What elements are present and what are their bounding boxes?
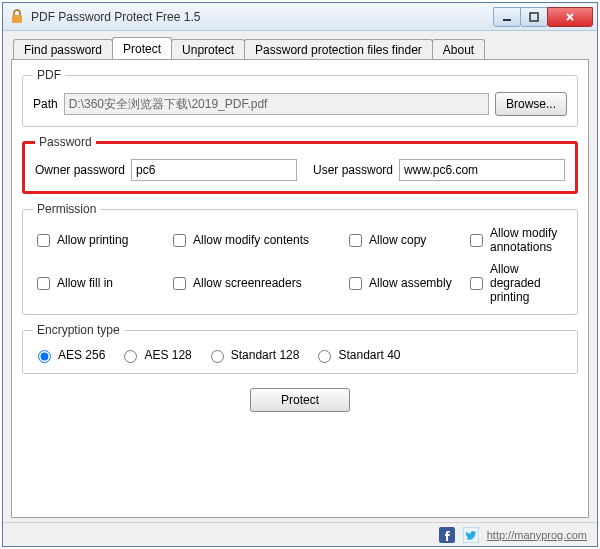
user-password-label: User password <box>313 163 393 177</box>
password-group: Password Owner password User password <box>22 135 578 194</box>
permission-label-3: Allow modify annotations <box>490 226 567 254</box>
encryption-radio-0[interactable]: AES 256 <box>33 347 105 363</box>
encryption-radio-input-2[interactable] <box>211 350 224 363</box>
tab-strip: Find password Protect Unprotect Password… <box>13 37 589 59</box>
tab-about[interactable]: About <box>432 39 485 60</box>
encryption-radio-input-0[interactable] <box>38 350 51 363</box>
encryption-label-2: Standart 128 <box>231 348 300 362</box>
user-password-input[interactable] <box>399 159 565 181</box>
protect-button[interactable]: Protect <box>250 388 350 412</box>
permission-checkbox-input-5[interactable] <box>173 277 186 290</box>
password-legend: Password <box>35 135 96 149</box>
status-link[interactable]: http://manyprog.com <box>487 529 587 541</box>
permission-checkbox-input-3[interactable] <box>470 234 483 247</box>
window-controls <box>494 7 593 27</box>
permission-checkbox-input-0[interactable] <box>37 234 50 247</box>
owner-password-label: Owner password <box>35 163 125 177</box>
permission-label-5: Allow screenreaders <box>193 276 302 290</box>
permission-checkbox-5[interactable]: Allow screenreaders <box>169 262 339 304</box>
permission-checkbox-input-7[interactable] <box>470 277 483 290</box>
encryption-radio-3[interactable]: Standart 40 <box>313 347 400 363</box>
tab-find-password[interactable]: Find password <box>13 39 113 60</box>
encryption-legend: Encryption type <box>33 323 124 337</box>
client-area: Find password Protect Unprotect Password… <box>3 31 597 522</box>
encryption-radio-2[interactable]: Standart 128 <box>206 347 300 363</box>
permission-group: Permission Allow printingAllow modify co… <box>22 202 578 315</box>
encryption-radio-input-1[interactable] <box>124 350 137 363</box>
close-button[interactable] <box>547 7 593 27</box>
path-input[interactable] <box>64 93 489 115</box>
tab-password-finder[interactable]: Password protection files finder <box>244 39 433 60</box>
permission-checkbox-input-4[interactable] <box>37 277 50 290</box>
owner-password-input[interactable] <box>131 159 297 181</box>
titlebar: PDF Password Protect Free 1.5 <box>3 3 597 31</box>
permission-checkbox-input-6[interactable] <box>349 277 362 290</box>
encryption-label-3: Standart 40 <box>338 348 400 362</box>
encryption-label-0: AES 256 <box>58 348 105 362</box>
pdf-legend: PDF <box>33 68 65 82</box>
pdf-group: PDF Path Browse... <box>22 68 578 127</box>
permission-label-0: Allow printing <box>57 233 128 247</box>
permission-label-2: Allow copy <box>369 233 426 247</box>
browse-button[interactable]: Browse... <box>495 92 567 116</box>
path-label: Path <box>33 97 58 111</box>
tab-unprotect[interactable]: Unprotect <box>171 39 245 60</box>
encryption-group: Encryption type AES 256AES 128Standart 1… <box>22 323 578 374</box>
permission-label-6: Allow assembly <box>369 276 452 290</box>
permission-checkbox-7[interactable]: Allow degraded printing <box>466 262 567 304</box>
svg-rect-2 <box>530 13 538 21</box>
permission-checkbox-2[interactable]: Allow copy <box>345 226 460 254</box>
encryption-radio-1[interactable]: AES 128 <box>119 347 191 363</box>
permission-label-1: Allow modify contents <box>193 233 309 247</box>
window-title: PDF Password Protect Free 1.5 <box>31 10 494 24</box>
svg-rect-0 <box>12 15 22 23</box>
encryption-radio-input-3[interactable] <box>318 350 331 363</box>
statusbar: http://manyprog.com <box>3 522 597 546</box>
permission-checkbox-input-1[interactable] <box>173 234 186 247</box>
tab-protect[interactable]: Protect <box>112 37 172 59</box>
permission-checkbox-0[interactable]: Allow printing <box>33 226 163 254</box>
minimize-button[interactable] <box>493 7 521 27</box>
permission-label-4: Allow fill in <box>57 276 113 290</box>
permission-checkbox-input-2[interactable] <box>349 234 362 247</box>
twitter-icon[interactable] <box>463 527 479 543</box>
permission-label-7: Allow degraded printing <box>490 262 567 304</box>
permission-legend: Permission <box>33 202 100 216</box>
facebook-icon[interactable] <box>439 527 455 543</box>
window: PDF Password Protect Free 1.5 Find passw… <box>2 2 598 547</box>
tab-panel-protect: PDF Path Browse... Password Owner passwo… <box>11 59 589 518</box>
permission-checkbox-4[interactable]: Allow fill in <box>33 262 163 304</box>
app-icon <box>9 9 25 25</box>
encryption-label-1: AES 128 <box>144 348 191 362</box>
permission-checkbox-6[interactable]: Allow assembly <box>345 262 460 304</box>
maximize-button[interactable] <box>520 7 548 27</box>
permission-checkbox-1[interactable]: Allow modify contents <box>169 226 339 254</box>
svg-rect-1 <box>503 19 511 21</box>
permission-checkbox-3[interactable]: Allow modify annotations <box>466 226 567 254</box>
